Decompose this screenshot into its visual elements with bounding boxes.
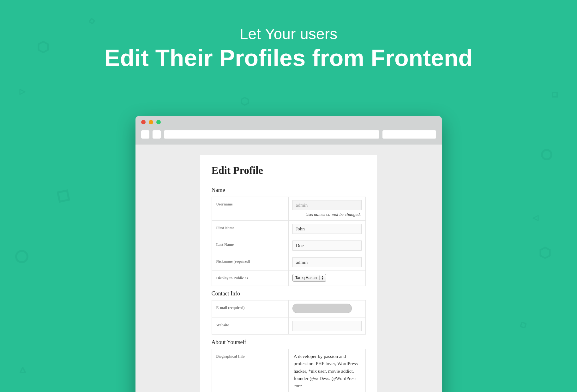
page-title: Edit Profile	[212, 165, 366, 176]
email-redacted	[292, 304, 352, 313]
row-nickname: Nickname (required)	[212, 254, 365, 271]
window-close-icon[interactable]	[141, 120, 146, 124]
section-contact-title: Contact Info	[212, 290, 366, 297]
display-name-select[interactable]: Tareq Hasan ▲▼	[292, 274, 326, 282]
deco-triangle-icon	[19, 88, 26, 95]
svg-rect-2	[58, 190, 69, 202]
svg-rect-9	[520, 322, 526, 328]
url-bar[interactable]	[164, 130, 379, 139]
row-website: Website	[212, 318, 365, 335]
row-email: E-mail (required)	[212, 300, 365, 318]
deco-circle-icon	[15, 249, 29, 264]
row-first-name: First Name	[212, 221, 365, 237]
toolbar-button[interactable]	[141, 130, 149, 139]
display-name-value: Tareq Hasan	[295, 276, 317, 280]
svg-marker-8	[540, 247, 550, 258]
edit-profile-card: Edit Profile Name Username Usernames can…	[200, 155, 377, 392]
deco-triangle-icon	[19, 366, 27, 374]
nickname-label: Nickname (required)	[212, 254, 288, 271]
browser-titlebar	[135, 116, 442, 128]
hero-title: Edit Their Profiles from Frontend	[0, 45, 577, 71]
bio-text[interactable]: A developer by passion and profession. P…	[292, 352, 362, 390]
browser-window: Edit Profile Name Username Usernames can…	[135, 116, 442, 392]
website-label: Website	[212, 318, 288, 335]
stage: Let Your users Edit Their Profiles from …	[0, 0, 577, 392]
svg-rect-11	[89, 19, 95, 24]
username-label: Username	[212, 197, 288, 221]
row-display-name: Display to Public as Tareq Hasan ▲▼	[212, 271, 365, 286]
website-input[interactable]	[292, 321, 362, 331]
deco-triangle-icon	[532, 215, 539, 222]
section-name-title: Name	[212, 187, 366, 193]
deco-hexagon-icon	[538, 246, 552, 259]
svg-marker-7	[533, 216, 538, 221]
deco-circle-icon	[540, 148, 553, 161]
first-name-input[interactable]	[292, 224, 362, 234]
svg-point-1	[16, 251, 27, 262]
svg-marker-10	[241, 98, 248, 105]
deco-square-icon	[57, 189, 71, 203]
section-about-title: About Yourself	[212, 339, 366, 346]
name-table: Username Usernames cannot be changed. Fi…	[212, 197, 366, 286]
toolbar-search[interactable]	[382, 130, 436, 139]
svg-rect-5	[553, 92, 557, 97]
hero: Let Your users Edit Their Profiles from …	[0, 25, 577, 71]
deco-hexagon-icon	[240, 97, 249, 106]
email-label: E-mail (required)	[212, 300, 288, 318]
row-bio: Biographical Info A developer by passion…	[212, 349, 365, 392]
username-note: Usernames cannot be changed.	[292, 210, 362, 217]
svg-marker-0	[20, 89, 25, 94]
row-last-name: Last Name	[212, 237, 365, 254]
about-table: Biographical Info A developer by passion…	[212, 349, 366, 392]
deco-square-icon	[520, 322, 526, 328]
divider	[212, 184, 366, 184]
toolbar-button[interactable]	[153, 130, 161, 139]
window-minimize-icon[interactable]	[149, 120, 153, 124]
last-name-input[interactable]	[292, 241, 362, 251]
browser-viewport: Edit Profile Name Username Usernames can…	[135, 145, 442, 392]
svg-marker-4	[20, 367, 25, 372]
first-name-label: First Name	[212, 221, 288, 237]
window-maximize-icon[interactable]	[156, 120, 161, 124]
row-username: Username Usernames cannot be changed.	[212, 197, 365, 221]
bio-label: Biographical Info	[212, 349, 288, 392]
contact-table: E-mail (required) Website	[212, 300, 366, 335]
hero-subtitle: Let Your users	[0, 25, 577, 43]
svg-point-6	[542, 150, 551, 159]
deco-square-icon	[89, 18, 95, 24]
browser-toolbar	[135, 128, 442, 145]
deco-square-icon	[552, 92, 558, 98]
username-input	[292, 200, 362, 210]
last-name-label: Last Name	[212, 237, 288, 254]
nickname-input[interactable]	[292, 257, 362, 267]
display-name-label: Display to Public as	[212, 271, 288, 286]
select-stepper-icon: ▲▼	[319, 276, 324, 280]
